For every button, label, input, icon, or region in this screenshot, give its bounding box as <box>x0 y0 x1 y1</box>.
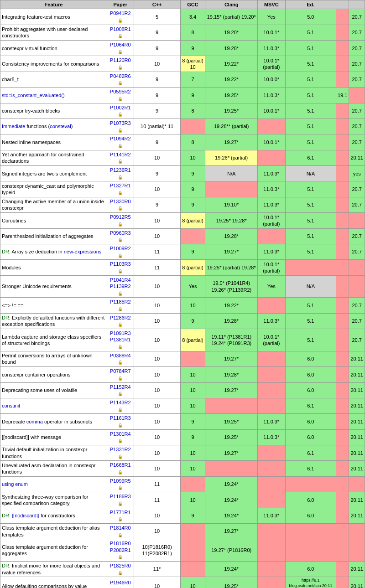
gcc-cell: 9 <box>180 41 205 56</box>
gcc-cell: 10 <box>180 367 205 382</box>
paper-cell[interactable]: P1041R4P1139R2 🔒 <box>107 275 134 298</box>
paper-cell[interactable]: P1185R2 🔒 <box>107 298 134 313</box>
col8-cell <box>336 414 349 429</box>
col-msvc: MSVC <box>257 0 285 9</box>
paper-cell[interactable]: P1330R0 🔒 <box>107 197 134 212</box>
paper-cell[interactable]: P1814R0 🔒 <box>107 523 134 539</box>
paper-cell[interactable]: P1103R3 🔒 <box>107 260 134 275</box>
col8-cell <box>336 56 349 72</box>
msvc-cell <box>257 150 285 165</box>
col8-cell <box>336 508 349 523</box>
cpp-cell: 9 <box>134 166 180 181</box>
gcc-cell: 9 <box>180 166 205 181</box>
paper-cell[interactable]: P1002R1 🔒 <box>107 103 134 119</box>
msvc-cell: 11.0.3* <box>257 508 285 523</box>
cpp-cell: 10 <box>134 329 180 351</box>
paper-cell[interactable]: P0388R4 🔒 <box>107 351 134 366</box>
gcc-cell: 9 <box>180 414 205 429</box>
clang-cell: 19.11* (P1381R1) 19.24* (P1091R3) <box>205 329 258 351</box>
gcc-cell: 9 <box>180 197 205 212</box>
cpp-cell: 11 <box>134 492 180 508</box>
paper-cell[interactable]: P1668R1 🔒 <box>107 461 134 476</box>
paper-cell[interactable]: P1331R2 🔒 <box>107 445 134 461</box>
clang-cell: 19.25* <box>205 88 258 103</box>
feature-cell: [[nodiscard]] with message <box>0 429 107 445</box>
feature-cell: constinit <box>0 398 107 413</box>
msvc-cell: 10.0.1* (partial) <box>257 260 285 275</box>
clang-cell: 19.24* <box>205 476 258 492</box>
clang-cell: 19.24* <box>205 492 258 508</box>
paper-cell[interactable]: P1771R1 🔒 <box>107 508 134 523</box>
msvc-cell <box>257 398 285 413</box>
col9-cell: 20.7 <box>349 313 365 329</box>
feature-cell: char8_t <box>0 72 107 87</box>
col8-cell <box>336 244 349 259</box>
col9-cell <box>349 523 365 539</box>
gcc-cell: 10 <box>180 150 205 165</box>
col8-cell <box>336 313 349 329</box>
ed-cell: 6.0 <box>285 414 336 429</box>
paper-cell[interactable]: P1141R2 🔒 <box>107 150 134 165</box>
ed-cell: 6.0 <box>285 508 336 523</box>
col9-cell: yes <box>349 166 365 181</box>
paper-cell[interactable]: P1186R3 🔒 <box>107 492 134 508</box>
paper-cell[interactable]: P0784R7 🔒 <box>107 367 134 382</box>
paper-cell[interactable]: P1946R0 🔒 <box>107 577 134 588</box>
paper-cell[interactable]: P1825R0 🔒 <box>107 561 134 577</box>
paper-cell[interactable]: P0941R2 🔒 <box>107 9 134 25</box>
col8-cell <box>336 41 349 56</box>
cpp-cell: 9 <box>134 25 180 40</box>
cpp-cell: 9 <box>134 103 180 119</box>
paper-cell[interactable]: P1099R5 🔒 <box>107 476 134 492</box>
feature-cell: Immediate functions (consteval) <box>0 119 107 134</box>
paper-cell[interactable]: P0482R6 🔒 <box>107 72 134 87</box>
paper-cell[interactable]: P1152R4 🔒 <box>107 382 134 398</box>
clang-cell: 19.15* (partial) 19.20* <box>205 9 258 25</box>
ed-cell: 5.1 <box>285 119 336 134</box>
paper-cell[interactable]: P1008R1 🔒 <box>107 25 134 40</box>
paper-cell[interactable]: P1327R1 🔒 <box>107 181 134 197</box>
msvc-cell: Yes <box>257 275 285 298</box>
paper-cell[interactable]: P0912R5 🔒 <box>107 213 134 228</box>
clang-cell: 19.26* (partial) <box>205 150 258 165</box>
feature-cell: Lambda capture and storage class specifi… <box>0 329 107 351</box>
gcc-cell: 10 <box>180 577 205 588</box>
paper-cell[interactable]: P1236R1 🔒 <box>107 166 134 181</box>
cpp-cell: 10 <box>134 508 180 523</box>
paper-cell[interactable]: P0595R2 🔒 <box>107 88 134 103</box>
gcc-cell: 9 <box>180 313 205 329</box>
paper-cell[interactable]: P1143R2 🔒 <box>107 398 134 413</box>
clang-cell <box>205 181 258 197</box>
paper-cell[interactable]: P1120R0 🔒 <box>107 56 134 72</box>
paper-cell[interactable]: P1009R2 🔒 <box>107 244 134 259</box>
ed-cell <box>285 523 336 539</box>
msvc-cell: 10.0.1* (partial) <box>257 213 285 228</box>
col8-cell <box>336 398 349 413</box>
col-clang: Clang <box>205 0 258 9</box>
cpp-cell: 10 <box>134 150 180 165</box>
clang-cell: 19.28* <box>205 313 258 329</box>
gcc-cell: 10 <box>180 298 205 313</box>
col8-cell <box>336 351 349 366</box>
col-8 <box>336 0 349 9</box>
gcc-cell <box>180 119 205 134</box>
ed-cell: 5.1 <box>285 213 336 228</box>
paper-cell[interactable]: P1301R4 🔒 <box>107 429 134 445</box>
paper-cell[interactable]: P1816R0P2082R1 🔒 <box>107 539 134 562</box>
paper-cell[interactable]: P0960R3 🔒 <box>107 228 134 244</box>
paper-cell[interactable]: P1064R0 🔒 <box>107 41 134 56</box>
paper-cell[interactable]: P1091R3P1381R1 🔒 <box>107 329 134 351</box>
paper-cell[interactable]: P1286R2 🔒 <box>107 313 134 329</box>
gcc-cell <box>180 476 205 492</box>
feature-cell: Deprecate comma operator in subscripts <box>0 414 107 429</box>
col9-cell: 20.7 <box>349 197 365 212</box>
ed-cell: 6.1 <box>285 461 336 476</box>
feature-cell: Coroutines <box>0 213 107 228</box>
feature-cell: Changing the active member of a union in… <box>0 197 107 212</box>
ed-cell: 6.0 <box>285 429 336 445</box>
gcc-cell: 9 <box>180 508 205 523</box>
paper-cell[interactable]: P1073R3 🔒 <box>107 119 134 134</box>
col9-cell: 20.11 <box>349 492 365 508</box>
paper-cell[interactable]: P1161R3 🔒 <box>107 414 134 429</box>
paper-cell[interactable]: P1094R2 🔒 <box>107 134 134 150</box>
